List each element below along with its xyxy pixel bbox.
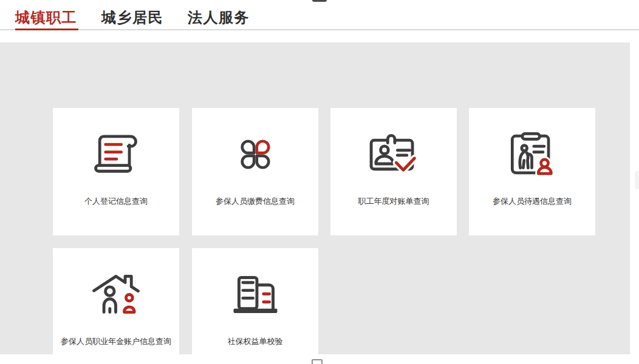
card-occupational-annuity-account-query[interactable]: 参保人员职业年金账户信息查询 [53, 248, 179, 364]
active-tab-underline [15, 29, 78, 31]
house-family-icon [92, 272, 140, 317]
services-page: 城镇职工 城乡居民 法人服务 个人登记信息查询 [0, 0, 639, 364]
clover-petals-icon [236, 132, 275, 177]
card-insured-payment-info-query[interactable]: 参保人员缴费信息查询 [192, 108, 318, 235]
card-annual-statement-query[interactable]: 职工年度对账单查询 [330, 108, 457, 235]
tab-urban-rural-residents[interactable]: 城乡居民 [101, 8, 163, 27]
card-label: 个人登记信息查询 [84, 196, 148, 207]
tab-urban-employees[interactable]: 城镇职工 [15, 8, 77, 27]
top-edge-partial-widget [312, 0, 327, 2]
card-label: 参保人员职业年金账户信息查询 [61, 336, 171, 347]
tab-bar: 城镇职工 城乡居民 法人服务 [15, 8, 250, 27]
id-card-check-icon [369, 132, 418, 177]
card-social-security-statement-verify[interactable]: 社保权益单校验 [192, 248, 318, 364]
bottom-edge-partial-widget[interactable] [312, 359, 323, 364]
scroll-document-icon [94, 132, 138, 177]
card-label: 参保人员待遇信息查询 [493, 196, 572, 207]
clipboard-elderly-icon [510, 132, 555, 177]
card-personal-registration-query[interactable]: 个人登记信息查询 [53, 108, 179, 235]
card-label: 社保权益单校验 [228, 336, 283, 347]
card-insured-benefits-info-query[interactable]: 参保人员待遇信息查询 [469, 108, 595, 235]
card-label: 参保人员缴费信息查询 [216, 196, 295, 207]
right-edge-partial-widget [635, 171, 639, 189]
tab-divider-line [0, 29, 639, 30]
services-panel: 个人登记信息查询 参保人员缴费信息查询 [0, 42, 630, 354]
card-label: 职工年度对账单查询 [358, 196, 429, 207]
buildings-icon [233, 272, 278, 317]
tab-legal-person-services[interactable]: 法人服务 [188, 8, 250, 27]
